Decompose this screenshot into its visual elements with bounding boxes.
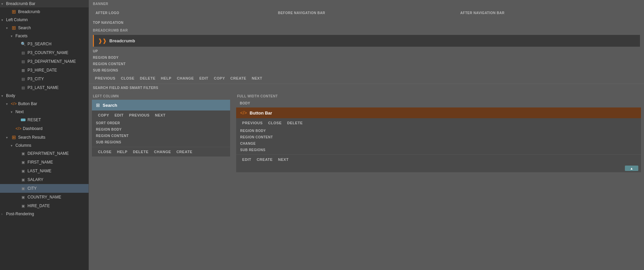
- banner-label: BANNER: [89, 0, 644, 7]
- sidebar-item-next[interactable]: ▾ Next: [0, 108, 89, 116]
- sidebar-item-p3-hire-date[interactable]: ▦ P3_HIRE_DATE: [0, 66, 89, 75]
- sidebar-item-button-bar[interactable]: ▾ </> Button Bar: [0, 99, 89, 108]
- breadcrumb-close-btn[interactable]: CLOSE: [119, 76, 137, 81]
- bb-close-btn[interactable]: CLOSE: [266, 120, 284, 126]
- search-bottom-actions: CLOSE HELP DELETE CHANGE CREATE: [92, 147, 230, 156]
- breadcrumb-help-btn[interactable]: HELP: [159, 76, 174, 81]
- scroll-up-btn[interactable]: ▲: [625, 166, 638, 171]
- button-bar-bottom-actions: EDIT CREATE NEXT: [236, 154, 641, 164]
- sidebar-item-dashboard[interactable]: </> Dashboard: [0, 124, 89, 133]
- button-bar-widget-card: </> Button Bar PREVIOUS CLOSE DELETE REG…: [236, 107, 641, 173]
- sidebar-item-col-country[interactable]: ▣ COUNTRY_NAME: [0, 193, 89, 201]
- up-label: UP: [89, 48, 644, 54]
- sidebar-label-p3-department: P3_DEPARTMENT_NAME: [28, 59, 76, 64]
- breadcrumb-copy-btn[interactable]: COPY: [212, 76, 227, 81]
- sidebar-item-col-hire[interactable]: ▣ HIRE_DATE: [0, 201, 89, 210]
- sidebar-label-dashboard: Dashboard: [23, 126, 43, 131]
- col-icon-salary: ▣: [20, 177, 26, 183]
- arrow-search-results: ▾: [6, 136, 11, 139]
- sidebar-label-left-column: Left Column: [6, 17, 28, 22]
- sidebar-item-p3-city[interactable]: ▤ P3_CITY: [0, 75, 89, 83]
- col-icon-hire: ▣: [20, 203, 26, 209]
- sidebar-item-reset[interactable]: RESET: [0, 116, 89, 124]
- search-circle-icon: 🔍: [20, 41, 26, 47]
- sidebar-label-breadcrumb: Breadcrumb: [18, 9, 40, 14]
- sidebar-item-breadcrumb-bar[interactable]: ▾ Breadcrumb Bar: [0, 0, 89, 7]
- bb-delete-btn[interactable]: DELETE: [285, 120, 305, 126]
- sidebar-item-breadcrumb[interactable]: ⊞ Breadcrumb: [0, 7, 89, 16]
- sidebar-item-p3-department[interactable]: ▤ P3_DEPARTMENT_NAME: [0, 57, 89, 66]
- button-bar-widget-title: Button Bar: [250, 110, 272, 116]
- sidebar: ▾ Breadcrumb Bar ⊞ Breadcrumb ▾ Left Col…: [0, 0, 89, 270]
- bb-create-btn[interactable]: CREATE: [255, 157, 275, 162]
- sidebar-item-col-city[interactable]: ▣ CITY: [0, 184, 89, 193]
- button-bar-code-icon: </>: [240, 110, 247, 116]
- sidebar-label-col-city: CITY: [28, 186, 37, 191]
- sidebar-item-left-column[interactable]: ▾ Left Column: [0, 16, 89, 24]
- sidebar-item-col-first[interactable]: ▣ FIRST_NAME: [0, 158, 89, 167]
- sidebar-item-search[interactable]: ▾ ⊞ Search: [0, 24, 89, 32]
- sidebar-item-search-results[interactable]: ▾ ⊞ Search Results: [0, 133, 89, 142]
- sidebar-label-p3-last-name: P3_LAST_NAME: [28, 85, 59, 90]
- search-help-btn[interactable]: HELP: [115, 149, 130, 154]
- sidebar-item-p3-search[interactable]: 🔍 P3_SEARCH: [0, 40, 89, 48]
- col-icon-city: ▣: [20, 185, 26, 191]
- arrow-body: ▾: [1, 94, 6, 98]
- search-orange-grid-icon: ⊞: [11, 25, 17, 31]
- search-copy-btn[interactable]: COPY: [96, 113, 111, 118]
- search-widget-header: ⊞ Search: [92, 100, 230, 110]
- after-nav-label: AFTER NAVIGATION BAR: [458, 10, 640, 16]
- facet-icon-hire: ▦: [20, 67, 26, 73]
- search-sub-regions: SUB REGIONS: [92, 139, 230, 145]
- search-edit-btn[interactable]: EDIT: [112, 113, 125, 118]
- banner-area: AFTER LOGO BEFORE NAVIGATION BAR AFTER N…: [89, 7, 644, 19]
- search-next-btn[interactable]: NEXT: [153, 113, 168, 118]
- search-close-btn[interactable]: CLOSE: [96, 149, 114, 154]
- region-content-1-label: REGION CONTENT: [89, 61, 644, 67]
- bb-next-btn[interactable]: NEXT: [276, 157, 291, 162]
- breadcrumb-previous-btn[interactable]: PREVIOUS: [93, 76, 117, 81]
- body-label: BODY: [236, 99, 641, 107]
- code-icon-dashboard: </>: [15, 126, 21, 132]
- breadcrumb-delete-btn[interactable]: DELETE: [138, 76, 158, 81]
- breadcrumb-edit-btn[interactable]: EDIT: [197, 76, 210, 81]
- region-body-1-label: REGION BODY: [89, 54, 644, 61]
- sidebar-item-col-last[interactable]: ▣ LAST_NAME: [0, 167, 89, 175]
- breadcrumb-next-btn[interactable]: NEXT: [250, 76, 264, 81]
- sidebar-item-columns[interactable]: ▾ Columns: [0, 142, 89, 149]
- breadcrumb-actions-row: PREVIOUS CLOSE DELETE HELP CHANGE EDIT C…: [89, 74, 644, 83]
- breadcrumb-widget-icon: ❱❱: [98, 38, 107, 44]
- arrow-search: ▾: [6, 26, 11, 30]
- facet-icon-dept: ▤: [20, 58, 26, 64]
- search-field-label: SEARCH FIELD AND SMART FILTERS: [89, 84, 644, 91]
- left-column-label: LEFT COLUMN: [92, 92, 230, 99]
- sidebar-item-facets[interactable]: ▾ Facets: [0, 32, 89, 40]
- sidebar-label-columns: Columns: [15, 143, 31, 148]
- search-change-btn[interactable]: CHANGE: [152, 149, 173, 154]
- search-create-btn[interactable]: CREATE: [174, 149, 195, 154]
- breadcrumb-create-btn[interactable]: CREATE: [228, 76, 249, 81]
- col-icon-dept: ▣: [20, 150, 26, 156]
- search-widget-card: ⊞ Search COPY EDIT PREVIOUS NEXT SORT OR…: [92, 99, 230, 157]
- button-bar-top-actions: PREVIOUS CLOSE DELETE: [236, 118, 641, 128]
- search-delete-btn[interactable]: DELETE: [131, 149, 151, 154]
- sidebar-label-button-bar: Button Bar: [18, 101, 37, 106]
- sidebar-label-col-hire: HIRE_DATE: [28, 204, 50, 208]
- scroll-indicator-area: ▲: [236, 164, 641, 172]
- sidebar-item-post-rendering[interactable]: › Post-Rendering: [0, 210, 89, 218]
- sidebar-item-p3-country[interactable]: ▤ P3_COUNTRY_NAME: [0, 48, 89, 57]
- sidebar-item-col-salary[interactable]: ▣ SALARY: [0, 175, 89, 184]
- sidebar-item-col-dept[interactable]: ▣ DEPARTMENT_NAME: [0, 149, 89, 158]
- arrow-breadcrumb-bar: ▾: [1, 2, 6, 6]
- bb-previous-btn[interactable]: PREVIOUS: [240, 120, 265, 126]
- sidebar-label-col-salary: SALARY: [28, 177, 43, 182]
- sidebar-item-body[interactable]: ▾ Body: [0, 92, 89, 99]
- sidebar-item-p3-last-name[interactable]: ▤ P3_LAST_NAME: [0, 83, 89, 92]
- sidebar-label-p3-city: P3_CITY: [28, 77, 44, 81]
- breadcrumb-change-btn[interactable]: CHANGE: [175, 76, 196, 81]
- bb-edit-btn[interactable]: EDIT: [240, 157, 253, 162]
- bb-sub-regions: SUB REGIONS: [236, 147, 641, 153]
- scroll-up-icon: ▲: [630, 167, 633, 170]
- search-previous-btn[interactable]: PREVIOUS: [127, 113, 152, 118]
- full-width-content-label: FULL WIDTH CONTENT: [236, 92, 641, 99]
